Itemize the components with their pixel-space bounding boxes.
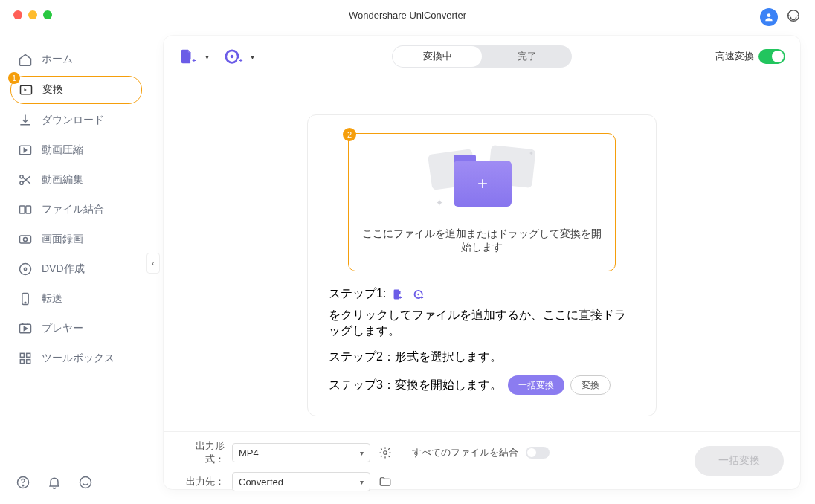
step-3: ステップ3：変換を開始します。 一括変換 変換 — [329, 375, 635, 395]
output-format-select[interactable]: MP4▾ — [232, 443, 370, 462]
sidebar-item-compress[interactable]: 動画圧縮 — [0, 135, 152, 165]
open-folder-icon[interactable] — [378, 474, 393, 489]
account-icon[interactable] — [760, 8, 778, 26]
svg-point-23 — [231, 55, 234, 59]
app-title: Wondershare UniConverter — [349, 10, 466, 21]
svg-point-20 — [22, 485, 23, 486]
sidebar-item-label: 動画編集 — [42, 173, 83, 187]
merge-all-toggle[interactable] — [526, 447, 550, 459]
tab-converting[interactable]: 変換中 — [393, 46, 482, 67]
bell-icon[interactable] — [46, 474, 62, 491]
sidebar-item-label: ファイル結合 — [42, 203, 104, 216]
svg-point-11 — [24, 268, 26, 270]
file-dropzone[interactable]: 2 + ✦✦ ここにファイルを追加またはドラッグして変換を開始します — [348, 133, 616, 271]
sidebar-item-dvd[interactable]: DVD作成 — [0, 254, 152, 284]
bottom-bar: 出力形式： MP4▾ すべてのファイルを結合 出力先： Converted▾ 一… — [164, 431, 800, 489]
sidebar-badge: 1 — [8, 72, 20, 84]
disc-icon — [18, 262, 33, 277]
svg-rect-8 — [20, 236, 31, 243]
svg-point-13 — [25, 302, 26, 303]
sidebar-item-label: ダウンロード — [42, 114, 104, 127]
sidebar-item-label: 動画圧縮 — [42, 143, 83, 157]
output-dest-label: 出力先： — [180, 475, 225, 488]
svg-rect-15 — [20, 353, 24, 357]
settings-gear-icon[interactable] — [378, 445, 393, 460]
tab-done[interactable]: 完了 — [483, 45, 572, 68]
sidebar-item-toolbox[interactable]: ツールボックス — [0, 343, 152, 373]
svg-rect-16 — [27, 353, 30, 357]
svg-point-26 — [384, 451, 387, 455]
svg-point-9 — [24, 238, 28, 242]
step-1: ステップ1: + + をクリックしてファイルを追加するか、ここに直接ドラッグしま… — [329, 286, 635, 339]
grid-icon — [18, 351, 33, 366]
sidebar-item-label: 転送 — [42, 292, 62, 306]
svg-rect-18 — [27, 360, 30, 364]
start-all-button[interactable]: 一括変換 — [695, 446, 784, 476]
folder-illustration: + ✦✦ — [430, 147, 534, 214]
main-panel: + ▾ + ▾ 変換中 完了 高速変換 2 — [164, 36, 800, 489]
plus-icon: + — [477, 173, 488, 194]
chevron-down-icon: ▾ — [205, 53, 209, 61]
sidebar: ホーム 1 変換 ダウンロード 動画圧縮 動画編集 ファイル結合 画面録画 DV… — [0, 30, 152, 504]
output-format-label: 出力形式： — [180, 439, 225, 466]
chevron-down-icon: ▾ — [360, 449, 364, 457]
sidebar-item-transfer[interactable]: 転送 — [0, 284, 152, 314]
svg-point-21 — [80, 477, 91, 488]
player-icon — [18, 321, 33, 336]
highspeed-toggle[interactable] — [758, 49, 785, 64]
add-file-button[interactable]: + ▾ — [178, 48, 209, 65]
convert-icon — [19, 83, 33, 97]
svg-rect-6 — [20, 206, 25, 213]
add-disc-button[interactable]: + ▾ — [224, 48, 254, 65]
sidebar-item-label: 変換 — [42, 83, 63, 97]
content-area: 2 + ✦✦ ここにファイルを追加またはドラッグして変換を開始します ステップ1… — [164, 114, 800, 416]
home-icon — [18, 52, 33, 67]
file-add-icon: + — [392, 287, 407, 302]
sidebar-item-edit[interactable]: 動画編集 — [0, 165, 152, 195]
feedback-icon[interactable] — [77, 474, 94, 491]
sidebar-item-player[interactable]: プレヤー — [0, 314, 152, 343]
dropzone-text: ここにファイルを追加またはドラッグして変換を開始します — [362, 227, 602, 254]
merge-icon — [18, 202, 33, 217]
sidebar-item-record[interactable]: 画面録画 — [0, 224, 152, 254]
sidebar-item-label: 画面録画 — [42, 233, 83, 246]
step-2: ステップ2：形式を選択します。 — [329, 349, 635, 365]
dropzone-badge: 2 — [343, 128, 356, 141]
sidebar-item-download[interactable]: ダウンロード — [0, 106, 152, 135]
toolbar: + ▾ + ▾ 変換中 完了 高速変換 — [164, 36, 800, 77]
scissors-icon — [18, 172, 33, 187]
chevron-down-icon: ▾ — [360, 478, 364, 486]
sidebar-item-convert[interactable]: 1 変換 — [10, 76, 142, 104]
sidebar-item-label: ツールボックス — [42, 352, 115, 365]
compress-icon — [18, 143, 33, 158]
phone-icon — [18, 291, 33, 306]
svg-rect-17 — [20, 360, 24, 364]
status-tabs: 変換中 完了 — [392, 45, 572, 68]
merge-all-label: すべてのファイルを結合 — [412, 446, 518, 459]
titlebar: Wondershare UniConverter — [0, 0, 815, 30]
sidebar-item-label: ホーム — [42, 53, 73, 66]
instruction-card: 2 + ✦✦ ここにファイルを追加またはドラッグして変換を開始します ステップ1… — [307, 114, 657, 416]
download-icon — [18, 113, 33, 128]
sidebar-item-label: DVD作成 — [42, 262, 85, 276]
batch-convert-button[interactable]: 一括変換 — [508, 375, 564, 395]
svg-point-10 — [20, 264, 31, 275]
highspeed-label: 高速変換 — [715, 50, 754, 63]
convert-button[interactable]: 変換 — [570, 375, 611, 395]
sidebar-collapse-handle[interactable]: ‹ — [146, 253, 160, 274]
output-dest-select[interactable]: Converted▾ — [232, 472, 370, 491]
sidebar-item-home[interactable]: ホーム — [0, 45, 152, 74]
svg-rect-7 — [26, 206, 31, 213]
help-icon[interactable] — [15, 474, 31, 491]
svg-point-0 — [767, 13, 771, 17]
sidebar-item-merge[interactable]: ファイル結合 — [0, 195, 152, 224]
support-icon[interactable] — [785, 7, 802, 27]
disc-add-icon: + — [413, 287, 428, 302]
chevron-down-icon: ▾ — [251, 53, 254, 61]
sidebar-item-label: プレヤー — [42, 322, 83, 335]
svg-point-25 — [418, 293, 420, 295]
record-icon — [18, 232, 33, 247]
